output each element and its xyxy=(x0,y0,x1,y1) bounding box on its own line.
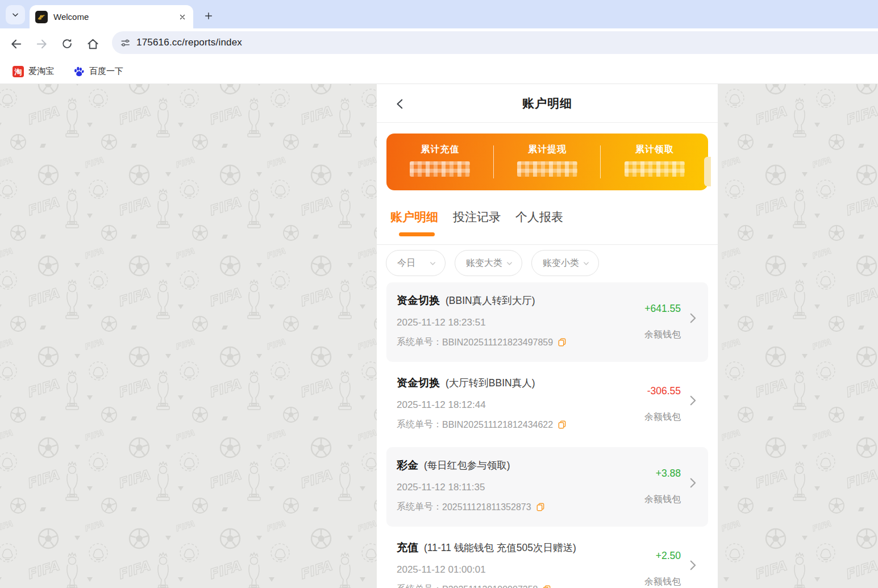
bookmark-baidu[interactable]: 百度一下 xyxy=(69,64,128,80)
filter-minor-category-dropdown[interactable]: 账变小类 xyxy=(531,250,599,276)
copy-order-button[interactable] xyxy=(536,502,545,512)
transaction-time: 2025-11-12 01:00:01 xyxy=(397,564,708,576)
filter-date-dropdown[interactable]: 今日 xyxy=(386,250,446,276)
plus-icon xyxy=(204,11,213,20)
stat-total-claimed: 累计领取 xyxy=(601,134,708,190)
stat-value-masked xyxy=(517,161,577,177)
copy-icon xyxy=(536,502,545,512)
svg-text:淘: 淘 xyxy=(14,68,22,76)
transaction-desc: (每日红包参与领取) xyxy=(424,458,510,472)
order-number: 202511121811352873 xyxy=(442,502,531,512)
transaction-type: 资金切换 xyxy=(397,293,440,308)
page-title: 账户明细 xyxy=(522,95,572,111)
transaction-time: 2025-11-12 18:12:44 xyxy=(397,399,708,411)
chevron-down-icon xyxy=(506,260,513,267)
chevron-right-icon[interactable] xyxy=(686,476,699,493)
back-button[interactable] xyxy=(6,34,26,53)
chevron-down-icon xyxy=(582,260,590,267)
chevron-down-icon xyxy=(11,11,19,19)
reload-button[interactable] xyxy=(57,34,77,53)
forward-button[interactable] xyxy=(32,34,51,53)
stat-label: 累计充值 xyxy=(386,144,494,156)
stat-value-masked xyxy=(625,161,685,177)
reload-icon xyxy=(61,37,73,50)
page-header: 账户明细 xyxy=(377,84,718,123)
transaction-amount: +2.50 xyxy=(656,550,681,562)
url-text[interactable]: 175616.cc/reports/index xyxy=(136,37,242,48)
chevron-left-icon xyxy=(394,98,406,110)
browser-toolbar: 175616.cc/reports/index xyxy=(0,28,878,59)
next-card-peek xyxy=(704,157,711,186)
stat-label: 累计领取 xyxy=(601,144,708,156)
stat-label: 累计提现 xyxy=(494,144,601,156)
new-tab-button[interactable] xyxy=(200,7,217,24)
bookmark-label: 爱淘宝 xyxy=(28,66,54,77)
bookmark-label: 百度一下 xyxy=(89,66,123,77)
transaction-desc: (大厅转到BBIN真人) xyxy=(446,376,535,390)
order-label: 系统单号： xyxy=(397,583,442,588)
transaction-row[interactable]: 充值 (11-11 钱能钱包 充值505次日赠送) 2025-11-12 01:… xyxy=(386,529,708,588)
order-number: BBIN202511121823497859 xyxy=(442,337,553,348)
tab-strip: Welcome xyxy=(0,0,878,28)
tab-bet-records[interactable]: 投注记录 xyxy=(453,209,501,225)
transaction-time: 2025-11-12 18:23:51 xyxy=(397,317,708,328)
transaction-type: 彩金 xyxy=(397,458,418,473)
order-label: 系统单号： xyxy=(397,336,442,348)
chevron-right-icon[interactable] xyxy=(686,393,699,410)
site-settings-icon xyxy=(120,37,131,48)
chevron-right-icon[interactable] xyxy=(686,558,699,575)
chevron-down-icon xyxy=(429,260,436,267)
stat-value-masked xyxy=(410,161,470,177)
url-bar[interactable]: 175616.cc/reports/index xyxy=(112,31,878,54)
home-button[interactable] xyxy=(83,34,102,53)
transaction-desc: (BBIN真人转到大厅) xyxy=(446,294,535,307)
filter-label: 今日 xyxy=(397,257,415,269)
transaction-row[interactable]: 彩金 (每日红包参与领取) 2025-11-12 18:11:35 系统单号： … xyxy=(386,447,708,527)
copy-order-button[interactable] xyxy=(557,420,567,429)
stat-total-withdraw: 累计提现 xyxy=(494,134,601,190)
tab-personal-report[interactable]: 个人报表 xyxy=(515,209,563,225)
active-tab-underline xyxy=(399,232,435,236)
bookmarks-bar: 淘 爱淘宝 百度一下 xyxy=(0,59,878,84)
chevron-right-icon[interactable] xyxy=(686,311,699,328)
transaction-amount: +641.55 xyxy=(644,303,681,315)
filter-row: 今日 账变大类 账变小类 xyxy=(377,245,718,276)
browser-tab[interactable]: Welcome xyxy=(30,5,193,28)
tab-close-button[interactable] xyxy=(177,12,188,22)
home-icon xyxy=(86,37,99,51)
transaction-row[interactable]: 资金切换 (大厅转到BBIN真人) 2025-11-12 18:12:44 系统… xyxy=(386,365,708,444)
tab-title: Welcome xyxy=(53,12,177,22)
transaction-time: 2025-11-12 18:11:35 xyxy=(397,482,708,493)
close-icon xyxy=(179,14,186,20)
copy-order-button[interactable] xyxy=(542,585,551,588)
section-tabs: 账户明细 投注记录 个人报表 xyxy=(377,190,718,225)
taobao-icon: 淘 xyxy=(13,66,24,77)
order-number: P202511120100007358 xyxy=(442,585,538,588)
back-chevron-button[interactable] xyxy=(393,97,407,111)
page-background: FIFA xyxy=(0,84,878,588)
filter-label: 账变小类 xyxy=(543,257,579,269)
tab-account-detail[interactable]: 账户明细 xyxy=(390,209,438,225)
filter-major-category-dropdown[interactable]: 账变大类 xyxy=(455,250,522,276)
browser-window: Welcome 175616.cc/reports/index 淘 xyxy=(0,0,878,588)
wallet-type: 余额钱包 xyxy=(644,329,681,341)
transaction-desc: (11-11 钱能钱包 充值505次日赠送) xyxy=(424,541,576,554)
baidu-paw-icon xyxy=(73,66,85,77)
scroll-thumb[interactable] xyxy=(711,155,718,187)
copy-icon xyxy=(542,585,551,588)
copy-icon xyxy=(557,337,567,347)
copy-order-button[interactable] xyxy=(557,337,567,347)
transaction-type: 充值 xyxy=(397,540,418,555)
copy-icon xyxy=(557,420,567,429)
transaction-row[interactable]: 资金切换 (BBIN真人转到大厅) 2025-11-12 18:23:51 系统… xyxy=(386,282,708,362)
tab-search-button[interactable] xyxy=(6,5,25,24)
order-number: BBIN202511121812434622 xyxy=(442,420,553,430)
back-arrow-icon xyxy=(10,37,23,51)
filter-label: 账变大类 xyxy=(466,257,502,269)
forward-arrow-icon xyxy=(35,37,48,51)
stat-total-deposit: 累计充值 xyxy=(386,134,494,190)
order-label: 系统单号： xyxy=(397,501,442,513)
wallet-type: 余额钱包 xyxy=(644,576,681,588)
order-label: 系统单号： xyxy=(397,419,442,431)
bookmark-aitaobao[interactable]: 淘 爱淘宝 xyxy=(8,64,59,80)
